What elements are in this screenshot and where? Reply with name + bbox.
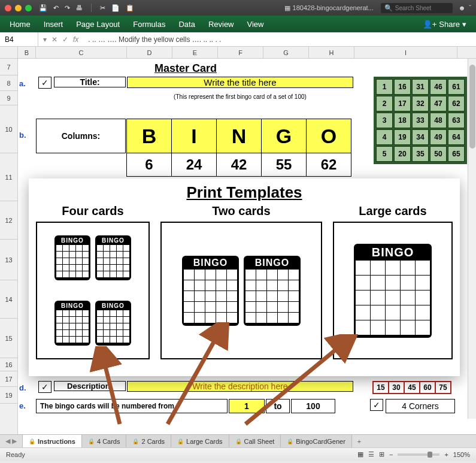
tab-generator[interactable]: 🔒BingoCardGener [281, 435, 352, 447]
tab-pagelayout[interactable]: Page Layout [76, 20, 120, 29]
fx-icon[interactable]: fx [73, 35, 78, 44]
to-value: 100 [291, 399, 335, 413]
chevron-down-icon[interactable]: ˇ [469, 4, 471, 11]
call-cell: 18 [394, 113, 411, 128]
scroll-thumb[interactable] [469, 65, 475, 149]
num-2[interactable]: 42 [216, 153, 262, 177]
add-sheet-button[interactable]: + [352, 435, 366, 447]
num-0[interactable]: 6 [126, 153, 172, 177]
copy-icon[interactable]: 📄 [111, 4, 120, 12]
row-12[interactable]: 12 [0, 201, 17, 240]
save-icon[interactable]: 💾 [39, 4, 47, 12]
tab-data[interactable]: Data [178, 20, 195, 29]
col-b[interactable]: B [18, 47, 36, 58]
col-c[interactable]: C [36, 47, 127, 58]
letter-o[interactable]: O [306, 119, 351, 153]
row-13[interactable]: 13 [0, 240, 17, 280]
zoom-slider[interactable] [398, 453, 439, 456]
row-8[interactable]: 8 [0, 75, 17, 91]
separator [91, 4, 92, 12]
letter-b[interactable]: B [126, 119, 172, 153]
row-10[interactable]: 10 [0, 105, 17, 153]
close-icon[interactable] [5, 5, 11, 11]
view-normal-icon[interactable]: ▦ [357, 450, 363, 458]
label-a: a. [19, 79, 26, 88]
from-input[interactable]: 1 [229, 399, 265, 413]
row-14[interactable]: 14 [0, 280, 17, 319]
tab-nav[interactable]: ◀ ▶ [0, 435, 23, 447]
checkbox-corners[interactable]: ✓ [370, 399, 383, 411]
row-19[interactable]: 19 [0, 387, 17, 404]
num-1[interactable]: 24 [171, 153, 217, 177]
cells-area[interactable]: Master Card a. ✓ Title: Write the title … [18, 59, 476, 434]
tab-label: 4 Cards [97, 438, 120, 445]
minimize-icon[interactable] [15, 5, 22, 11]
call-cell: 64 [448, 129, 465, 145]
view-layout-icon[interactable]: ☰ [368, 450, 374, 458]
column-headers: B C D E F G H I [0, 47, 476, 59]
view-break-icon[interactable]: ⊞ [379, 450, 384, 458]
tab-label: Large Cards [186, 438, 223, 445]
col-g[interactable]: G [263, 47, 309, 58]
row-11[interactable]: 11 [0, 153, 17, 201]
tab-callsheet[interactable]: 🔒Call Sheet [229, 435, 281, 447]
description-input[interactable]: Write the description here [127, 381, 353, 392]
col-h[interactable]: H [309, 47, 354, 58]
checkbox-desc[interactable]: ✓ [38, 381, 51, 393]
zoom-in-button[interactable]: + [444, 451, 448, 458]
quick-toolbar: 💾 ↶ ↷ 🖶 ✂ 📄 📋 [39, 4, 134, 12]
zoom-thumb[interactable] [428, 452, 432, 458]
maximize-icon[interactable] [25, 5, 32, 11]
status-bar: Ready ▦ ☰ ⊞ − + 150% [0, 447, 476, 461]
dropdown-icon[interactable]: ▾ [43, 35, 47, 44]
tab-insert[interactable]: Insert [44, 20, 63, 29]
num-4[interactable]: 62 [306, 153, 351, 177]
vertical-scrollbar[interactable] [468, 59, 476, 419]
spreadsheet-grid[interactable]: 7 8 9 10 11 12 13 14 15 16 17 19 Master … [0, 59, 476, 434]
tab-label: 2 Cards [141, 438, 165, 445]
row-15[interactable]: 15 [0, 319, 17, 358]
zoom-out-button[interactable]: − [389, 451, 393, 458]
tab-review[interactable]: Review [208, 20, 234, 29]
letter-i[interactable]: I [171, 119, 217, 153]
status-text: Ready [6, 451, 25, 458]
select-all-corner[interactable] [0, 47, 18, 58]
search-input[interactable]: 🔍 Search Sheet [381, 3, 453, 13]
letter-n[interactable]: N [216, 119, 262, 153]
col-e[interactable]: E [172, 47, 218, 58]
zoom-level[interactable]: 150% [453, 451, 470, 458]
cancel-icon[interactable]: ✕ [51, 35, 57, 44]
feedback-icon[interactable]: ☻ [459, 4, 466, 11]
col-i[interactable]: I [354, 47, 457, 58]
checkbox-title[interactable]: ✓ [38, 77, 51, 89]
share-button[interactable]: 👤+Share ▾ [423, 20, 466, 29]
undo-icon[interactable]: ↶ [53, 4, 59, 12]
description-label: Description: [54, 381, 126, 391]
row-7[interactable]: 7 [0, 59, 17, 75]
print-icon[interactable]: 🖶 [76, 4, 83, 11]
tab-4cards[interactable]: 🔒4 Cards [82, 435, 127, 447]
redo-icon[interactable]: ↷ [65, 4, 70, 12]
col-f[interactable]: F [218, 47, 263, 58]
row-9[interactable]: 9 [0, 91, 17, 105]
cut-icon[interactable]: ✂ [100, 4, 105, 12]
cell-reference[interactable]: B4 [0, 32, 38, 46]
call-cell: 63 [448, 113, 465, 128]
call-cell: 17 [394, 96, 411, 111]
tab-home[interactable]: Home [10, 20, 31, 29]
confirm-icon[interactable]: ✓ [62, 35, 68, 44]
letter-g[interactable]: G [261, 119, 307, 153]
tab-instructions[interactable]: 🔒Instructions [23, 435, 82, 447]
tab-formulas[interactable]: Formulas [133, 20, 165, 29]
row-16[interactable]: 16 [0, 358, 17, 371]
title-input[interactable]: Write the title here [127, 77, 353, 88]
col-d[interactable]: D [127, 47, 172, 58]
row-17[interactable]: 17 [0, 371, 17, 387]
formula-input[interactable]: . .. … …. Modify the yellow cells …. .. … [83, 35, 476, 44]
tab-view[interactable]: View [247, 20, 264, 29]
num-3[interactable]: 55 [261, 153, 307, 177]
tab-2cards[interactable]: 🔒2 Cards [126, 435, 171, 447]
label-e: e. [19, 401, 26, 410]
tab-largecards[interactable]: 🔒Large Cards [171, 435, 229, 447]
paste-icon[interactable]: 📋 [126, 4, 134, 12]
